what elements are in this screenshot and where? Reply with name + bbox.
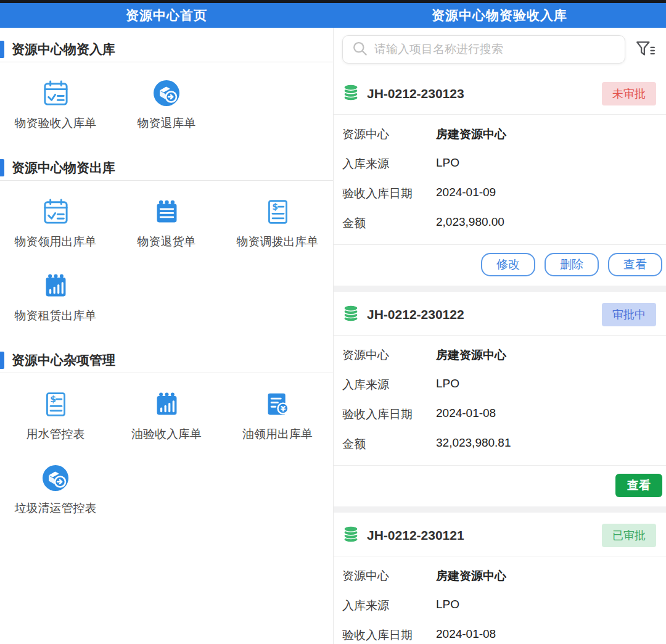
menu-item-label: 物资验收入库单 — [15, 115, 97, 131]
menu-item-label: 物资调拨出库单 — [237, 234, 319, 250]
search-input-wrapper[interactable] — [342, 35, 625, 64]
svg-text:$: $ — [272, 201, 278, 211]
action-button[interactable]: 查看 — [608, 253, 662, 276]
menu-item[interactable]: 物资退库单 — [111, 66, 222, 140]
menu-item-label: 油验收入库单 — [131, 426, 202, 442]
menu-item[interactable]: 物资退货单 — [111, 184, 222, 258]
section-header: 资源中心物资入库 — [0, 36, 333, 62]
calendar-check-icon — [41, 197, 70, 226]
menu-item-label: 物资租赁出库单 — [15, 308, 97, 324]
card-header: JH-0212-230121已审批 — [334, 513, 666, 556]
section-title: 资源中心物资入库 — [12, 41, 115, 58]
app: 资源中心首页 资源中心物资入库物资验收入库单物资退库单资源中心物资出库物资领用出… — [0, 0, 666, 644]
field-value: 房建资源中心 — [436, 568, 506, 584]
menu-item[interactable]: ¥油领用出库单 — [222, 377, 333, 451]
filter-button[interactable] — [631, 36, 659, 63]
card-actions: 查看 — [334, 465, 666, 506]
doc-dollar-icon: $ — [264, 197, 292, 226]
section-header: 资源中心杂项管理 — [0, 347, 333, 373]
inbound-list-screen: 资源中心物资验收入库 JH-0212-230123未审批资源中心房建资源中心入库… — [333, 0, 666, 644]
action-button[interactable]: 修改 — [481, 253, 535, 276]
field-label: 验收入库日期 — [342, 186, 436, 202]
field-value: 房建资源中心 — [436, 126, 506, 142]
list-page-title: 资源中心物资验收入库 — [432, 7, 567, 24]
svg-text:$: $ — [50, 394, 56, 403]
field-value: LPO — [436, 598, 459, 614]
return-circle-icon — [152, 78, 181, 108]
field-value: 32,023,980.81 — [436, 436, 511, 452]
menu-item[interactable]: $物资调拨出库单 — [222, 184, 333, 258]
menu-item-label: 用水管控表 — [27, 426, 85, 442]
field-row: 验收入库日期2024-01-08 — [342, 621, 666, 644]
search-row — [334, 28, 666, 71]
menu-item[interactable]: 物资领用出库单 — [0, 184, 111, 258]
field-row: 资源中心房建资源中心 — [342, 120, 666, 149]
inbound-list: JH-0212-230123未审批资源中心房建资源中心入库来源LPO验收入库日期… — [333, 28, 666, 644]
search-icon — [352, 40, 368, 59]
section-accent-bar — [0, 159, 4, 176]
inbound-card: JH-0212-230122审批中资源中心房建资源中心入库来源LPO验收入库日期… — [334, 292, 666, 506]
menu-item[interactable]: 物资验收入库单 — [0, 66, 111, 140]
field-label: 入库来源 — [342, 598, 436, 614]
field-value: LPO — [436, 377, 459, 393]
menu-item-label: 垃圾清运管控表 — [15, 500, 97, 516]
field-row: 金额32,023,980.81 — [342, 429, 666, 459]
menu-item[interactable]: 油验收入库单 — [111, 377, 222, 451]
inbound-card: JH-0212-230121已审批资源中心房建资源中心入库来源LPO验收入库日期… — [334, 513, 666, 644]
database-icon — [342, 83, 360, 104]
field-value: 2,023,980.00 — [436, 215, 504, 231]
list-appbar: 资源中心物资验收入库 — [333, 3, 666, 28]
field-label: 资源中心 — [342, 568, 436, 584]
inbound-card: JH-0212-230123未审批资源中心房建资源中心入库来源LPO验收入库日期… — [334, 71, 666, 286]
action-button[interactable]: 查看 — [615, 474, 662, 497]
card-header: JH-0212-230122审批中 — [334, 292, 666, 335]
status-badge: 未审批 — [602, 82, 656, 105]
calendar-check-icon — [41, 78, 70, 108]
return-circle-icon — [41, 463, 70, 493]
menu-item[interactable]: $用水管控表 — [0, 377, 111, 451]
menu-item[interactable]: 垃圾清运管控表 — [0, 451, 111, 525]
menu-item-label: 物资退库单 — [138, 115, 196, 131]
search-input[interactable] — [374, 43, 616, 56]
section-grid: $用水管控表油验收入库单¥油领用出库单垃圾清运管控表 — [0, 373, 333, 531]
status-badge: 已审批 — [602, 524, 656, 547]
doc-dollar-icon: $ — [42, 389, 70, 419]
field-row: 验收入库日期2024-01-08 — [342, 400, 666, 429]
field-label: 验收入库日期 — [342, 627, 436, 643]
field-row: 金额2,023,980.00 — [342, 208, 666, 238]
menu-item-label: 油领用出库单 — [242, 426, 313, 442]
notepad-icon — [153, 197, 181, 226]
field-label: 资源中心 — [342, 347, 436, 363]
field-row: 入库来源LPO — [342, 591, 666, 621]
field-label: 金额 — [342, 215, 436, 231]
card-fields: 资源中心房建资源中心入库来源LPO验收入库日期2024-01-08金额2,023… — [334, 556, 666, 644]
card-fields: 资源中心房建资源中心入库来源LPO验收入库日期2024-01-08金额32,02… — [334, 335, 666, 465]
menu-section: 资源中心杂项管理$用水管控表油验收入库单¥油领用出库单垃圾清运管控表 — [0, 339, 333, 531]
card-fields: 资源中心房建资源中心入库来源LPO验收入库日期2024-01-09金额2,023… — [334, 114, 666, 244]
card-id: JH-0212-230123 — [367, 86, 464, 101]
calendar-chart-icon — [42, 271, 70, 300]
menu-section: 资源中心物资入库物资验收入库单物资退库单 — [0, 28, 333, 146]
section-header: 资源中心物资出库 — [0, 155, 333, 181]
section-grid: 物资领用出库单物资退货单$物资调拨出库单物资租赁出库单 — [0, 181, 333, 339]
field-label: 入库来源 — [342, 377, 436, 393]
section-title: 资源中心物资出库 — [12, 159, 115, 176]
home-screen: 资源中心首页 资源中心物资入库物资验收入库单物资退库单资源中心物资出库物资领用出… — [0, 0, 333, 644]
card-header: JH-0212-230123未审批 — [334, 71, 666, 114]
status-badge: 审批中 — [602, 303, 656, 326]
field-label: 资源中心 — [342, 126, 436, 142]
section-grid: 物资验收入库单物资退库单 — [0, 62, 333, 146]
action-button[interactable]: 删除 — [545, 253, 599, 276]
section-title: 资源中心杂项管理 — [12, 352, 115, 369]
card-id: JH-0212-230121 — [367, 528, 464, 543]
home-menu: 资源中心物资入库物资验收入库单物资退库单资源中心物资出库物资领用出库单物资退货单… — [0, 28, 333, 644]
field-row: 入库来源LPO — [342, 370, 666, 400]
field-value: 2024-01-08 — [436, 407, 496, 423]
field-value: 2024-01-09 — [436, 186, 496, 202]
field-row: 资源中心房建资源中心 — [342, 341, 666, 370]
card-list: JH-0212-230123未审批资源中心房建资源中心入库来源LPO验收入库日期… — [334, 71, 666, 644]
field-row: 验收入库日期2024-01-09 — [342, 179, 666, 208]
menu-section: 资源中心物资出库物资领用出库单物资退货单$物资调拨出库单物资租赁出库单 — [0, 146, 333, 339]
svg-text:¥: ¥ — [280, 404, 286, 413]
menu-item[interactable]: 物资租赁出库单 — [0, 258, 111, 332]
